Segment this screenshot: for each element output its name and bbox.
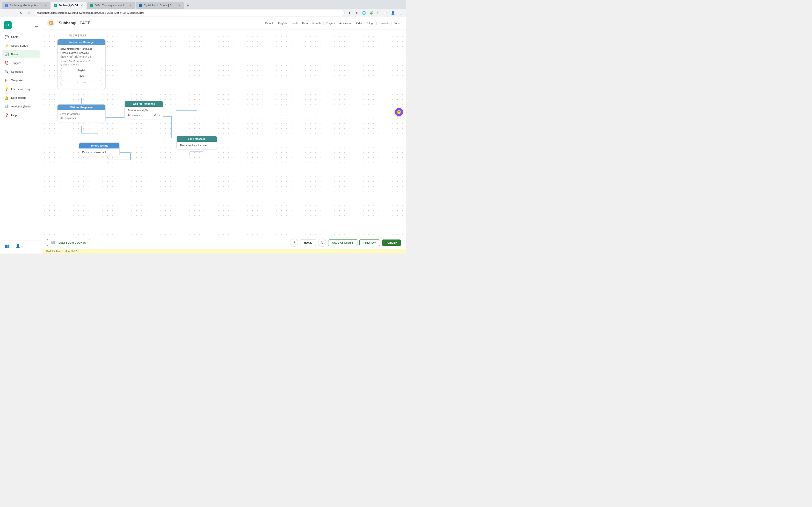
back-button[interactable]: BACK <box>300 239 316 246</box>
lang-btn-kannada[interactable]: ಕನ್ನಡ <box>60 80 102 85</box>
tab-4[interactable]: D Digital Public Goods | Code for... ✕ <box>136 2 184 9</box>
lang-odia[interactable]: Odia <box>355 21 363 25</box>
browser-chrome: G Shubhangi Gupta.pptx - Goo... ✕ G Subh… <box>0 0 406 17</box>
lang-kannada[interactable]: Kannada <box>378 21 390 25</box>
sync-icon-button[interactable]: ↻ <box>318 238 326 247</box>
node-card-wait-2: Wait for Response Save as sound_file Has… <box>124 101 163 119</box>
send-message-node-2[interactable]: Send Message Please send a voice note <box>176 136 217 156</box>
tab-close-3[interactable]: ✕ <box>129 3 133 7</box>
send-msg-2-header: Send Message <box>176 136 217 142</box>
tab-1[interactable]: G Shubhangi Gupta.pptx - Goo... ✕ <box>2 2 50 9</box>
tab-3[interactable]: G Glific: Two way communication... ✕ <box>87 2 135 9</box>
tab-close-1[interactable]: ✕ <box>44 3 47 7</box>
preview-button[interactable]: PREVIEW <box>359 239 380 246</box>
speed-sends-icon: ⚡ <box>4 44 9 48</box>
forward-nav-button[interactable]: → <box>11 10 16 16</box>
wait-response-node-2[interactable]: Wait for Response Save as sound_file Has… <box>124 101 163 119</box>
notifications-label: Notifications <box>11 96 27 99</box>
lang-assamese[interactable]: Assamese <box>338 21 353 25</box>
tab-close-2[interactable]: ✕ <box>80 3 84 7</box>
tab-bar: G Shubhangi Gupta.pptx - Goo... ✕ G Subh… <box>0 0 406 9</box>
shield-icon[interactable]: 🛡 <box>375 10 382 16</box>
save-as-draft-button[interactable]: SAVE AS DRAFT <box>328 239 357 246</box>
lang-english[interactable]: English <box>277 21 288 25</box>
help-circle-button[interactable]: ? <box>290 238 298 247</box>
float-chat-icon[interactable]: 😊 <box>395 108 403 116</box>
sidebar: G ☰ 💬 Chats ⚡ Speed Sends 🔄 Flows ⏰ Trig… <box>0 17 42 253</box>
lang-telugu[interactable]: Telugu <box>365 21 375 25</box>
searches-label: Searches <box>11 70 23 73</box>
sidebar-item-triggers[interactable]: ⏰ Triggers <box>2 59 40 67</box>
lang-var-name: solveninjamentor_language <box>60 48 102 50</box>
lang-sep-4: | <box>310 22 311 24</box>
profile-icon[interactable]: 👤 <box>390 10 396 16</box>
flows-icon: 🔄 <box>4 52 9 56</box>
tab-title-1: Shubhangi Gupta.pptx - Goo... <box>10 4 42 7</box>
save-as-language: Save as language <box>60 113 102 115</box>
sidebar-item-notifications[interactable]: 🔔 Notifications <box>2 94 40 102</box>
extensions-icon[interactable]: ⬇ <box>347 10 352 16</box>
lang-hindi[interactable]: Hindi <box>291 21 298 25</box>
flow-icon: 🔀 <box>47 19 55 27</box>
bottom-right-actions: ? BACK ↻ SAVE AS DRAFT PREVIEW PUBLISH <box>290 238 401 247</box>
logo-image: G <box>4 21 12 29</box>
home-button[interactable]: ⌂ <box>26 10 32 16</box>
lang-punjabi[interactable]: Punjabi <box>325 21 336 25</box>
lang-marathi[interactable]: Marathi <box>311 21 322 25</box>
sidebar-item-interactive-msg[interactable]: 💡 Interactive msg <box>2 85 40 93</box>
sidebar-item-speed-sends[interactable]: ⚡ Speed Sends <box>2 42 40 50</box>
send-msg-2-reply-box <box>190 151 204 156</box>
save-as-sound-file: Save as sound_file <box>128 109 160 112</box>
lang-default[interactable]: Default <box>264 21 274 25</box>
sidebar-item-templates[interactable]: 📋 Templates <box>2 76 40 84</box>
sidebar-item-analytics[interactable]: 📊 Analytics (Beta) <box>2 102 40 111</box>
globe-icon[interactable]: 🌐 <box>361 10 367 16</box>
wait-response-node-1[interactable]: Wait for Response Save as language All R… <box>57 104 106 122</box>
send-msg-1-reply-box <box>90 158 109 163</box>
reload-button[interactable]: ↻ <box>18 10 24 16</box>
reset-flow-counts-button[interactable]: 🔄 RESET FLOW COUNTS <box>47 239 90 246</box>
tab-favicon-3: G <box>90 4 93 7</box>
lang-btn-english[interactable]: English <box>60 68 102 73</box>
tab-close-4[interactable]: ✕ <box>177 3 181 7</box>
tab-2[interactable]: G Subhangi_C4GT ✕ <box>51 2 87 9</box>
lang-sep-10: | <box>391 22 392 24</box>
lang-btn-hindi[interactable]: हिन्दी <box>60 74 102 79</box>
has-audio-label: Has Audio <box>131 114 141 116</box>
chats-label: Chats <box>11 36 18 38</box>
grid-icon[interactable]: ⊞ <box>383 10 389 16</box>
other-label: Other <box>154 114 160 116</box>
browser-toolbar-icons: ⬇ ★ 🌐 🧩 🛡 ⊞ 👤 ⋮ <box>347 10 403 16</box>
bookmark-icon[interactable]: ★ <box>354 10 360 16</box>
new-tab-button[interactable]: + <box>185 2 191 9</box>
wait-response-2-body: Save as sound_file Has Audio Other <box>125 107 163 119</box>
back-nav-button[interactable]: ← <box>3 10 9 16</box>
sidebar-item-help[interactable]: ❓ Help <box>2 111 40 119</box>
group-icon[interactable]: 👥 <box>4 242 11 249</box>
interactive-msg-label: Interactive msg <box>11 88 30 91</box>
url-text: reapbenefit.tides.coloredcow.com/flow/co… <box>37 11 342 14</box>
url-bar[interactable]: reapbenefit.tides.coloredcow.com/flow/co… <box>34 10 345 16</box>
triggers-label: Triggers <box>11 62 21 64</box>
puzzle-icon[interactable]: 🧩 <box>368 10 374 16</box>
chats-icon: 💬 <box>4 35 9 39</box>
send-message-node-1[interactable]: Send Message Please send voice note <box>79 143 120 163</box>
hamburger-icon[interactable]: ☰ <box>35 23 38 27</box>
logo-area: G ☰ <box>0 19 42 33</box>
lang-tamil[interactable]: Tamil <box>393 21 401 25</box>
publish-button[interactable]: PUBLISH <box>382 239 401 246</box>
logo: G ☰ <box>4 21 38 29</box>
sidebar-item-searches[interactable]: 🔍 Searches <box>2 68 40 76</box>
has-audio-dot <box>128 114 130 116</box>
sidebar-item-chats[interactable]: 💬 Chats <box>2 33 40 41</box>
flow-canvas-area[interactable]: FLOW START Interactive Message solveninj… <box>42 30 406 236</box>
tab-title-3: Glific: Two way communication... <box>95 4 127 7</box>
app-layout: G ☰ 💬 Chats ⚡ Speed Sends 🔄 Flows ⏰ Trig… <box>0 17 406 253</box>
more-icon[interactable]: ⋮ <box>397 10 403 16</box>
person-icon[interactable]: 👤 <box>14 242 21 249</box>
send-msg-1-body: Please send voice note <box>79 149 119 156</box>
interactive-message-node[interactable]: Interactive Message solveninjamentor_lan… <box>57 39 106 89</box>
sidebar-item-flows[interactable]: 🔄 Flows <box>2 50 40 58</box>
lang-urdu[interactable]: Urdu <box>301 21 309 25</box>
node-card-wait-1: Wait for Response Save as language All R… <box>57 104 106 122</box>
